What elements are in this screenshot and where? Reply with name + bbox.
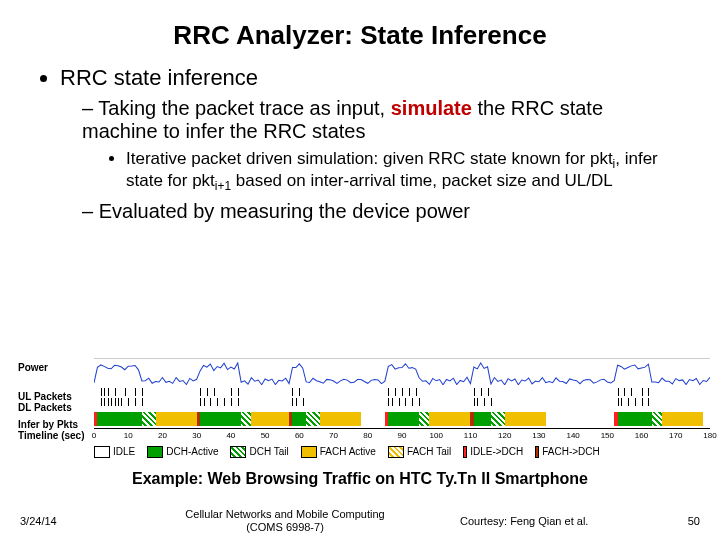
legend-fachdch-label: FACH->DCH [542,446,600,457]
legend-idledch-label: IDLE->DCH [470,446,523,457]
l3a-a: Iterative packet driven simulation: give… [126,149,613,168]
legend-idle-label: IDLE [113,446,135,457]
legend-fachtail-label: FACH Tail [407,446,451,457]
ylabel-power: Power [18,362,85,373]
slide-footer: 3/24/14 Cellular Networks and Mobile Com… [0,508,720,534]
bullet-l1: RRC state inference Taking the packet tr… [60,65,680,223]
legend-dch: DCH-Active [147,446,218,458]
bullet-l2a: Taking the packet trace as input, simula… [82,97,680,194]
slide-title: RRC Analyzer: State Inference [0,0,720,65]
footer-date: 3/24/14 [20,515,110,527]
l2a-highlight: simulate [391,97,472,119]
footer-course-l2: (COMS 6998-7) [110,521,460,534]
footer-course: Cellular Networks and Mobile Computing (… [110,508,460,534]
slide-body: RRC state inference Taking the packet tr… [0,65,720,223]
legend-fachdch: FACH->DCH [535,446,600,458]
legend-fachtail: FACH Tail [388,446,451,458]
ylabel-dl: DL Packets [18,402,85,413]
ylabel-infer1: Infer by Pkts [18,419,85,430]
bullet-l2b: Evaluated by measuring the device power [82,200,680,223]
state-bar [94,412,710,426]
legend-idle: IDLE [94,446,135,458]
timeline-figure: Power UL Packets DL Packets Infer by Pkt… [18,358,710,466]
footer-course-l1: Cellular Networks and Mobile Computing [110,508,460,521]
slide-number: 50 [660,515,700,527]
legend-dch-label: DCH-Active [166,446,218,457]
legend-dchtail-label: DCH Tail [249,446,288,457]
l2b-text: Evaluated by measuring the device power [99,200,470,222]
packet-ticks [94,388,710,408]
ylabel-ul: UL Packets [18,391,85,402]
figure-caption: Example: Web Browsing Traffic on HTC Ty.… [0,470,720,488]
legend-fach-label: FACH Active [320,446,376,457]
bullet-l3a: Iterative packet driven simulation: give… [126,149,680,194]
bullet-l1-text: RRC state inference [60,65,258,90]
l2a-pre: Taking the packet trace as input, [98,97,390,119]
x-axis: 0102030405060708090100110120130140150160… [94,428,710,442]
figure-y-labels: Power UL Packets DL Packets Infer by Pkt… [18,358,85,441]
legend-idledch: IDLE->DCH [463,446,523,458]
l3a-post: based on inter-arrival time, packet size… [231,171,613,190]
footer-credit: Courtesy: Feng Qian et al. [460,515,660,527]
ylabel-infer2: Timeline (sec) [18,430,85,441]
legend-dchtail: DCH Tail [230,446,288,458]
l3a-sub2: i+1 [215,180,231,194]
legend-fach: FACH Active [301,446,376,458]
legend: IDLE DCH-Active DCH Tail FACH Active FAC… [94,446,710,458]
power-trace [94,358,710,384]
